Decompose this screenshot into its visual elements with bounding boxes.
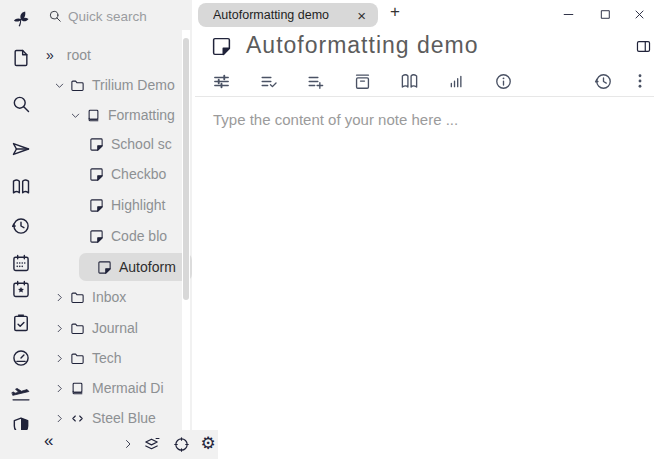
chevron-down-icon[interactable] xyxy=(53,80,66,91)
ribbon-toolbar xyxy=(195,66,654,97)
book-icon xyxy=(85,108,102,123)
tree-item-label: Code blo xyxy=(111,228,167,244)
note-icon xyxy=(211,36,232,61)
window-minimize-button[interactable] xyxy=(560,6,576,22)
note-icon xyxy=(88,167,105,182)
tree-item-label: Steel Blue xyxy=(92,410,156,426)
calendar-icon[interactable] xyxy=(10,252,32,274)
tab-title: Autoformatting demo xyxy=(213,8,357,22)
tree-item-label: Journal xyxy=(92,320,138,336)
tree-item-trilium-demo[interactable]: Trilium Demo xyxy=(40,70,192,100)
note-icon xyxy=(88,198,105,213)
chevron-right-icon[interactable] xyxy=(53,323,66,334)
note-icon xyxy=(96,260,113,275)
book-icon xyxy=(69,381,86,396)
note-title-row: Autoformatting demo xyxy=(192,30,654,66)
recent-changes-clock-icon[interactable] xyxy=(10,215,32,237)
note-map-icon[interactable] xyxy=(399,71,419,91)
note-info-icon[interactable] xyxy=(493,71,513,91)
window-close-button[interactable] xyxy=(631,6,647,22)
note-map-book-icon[interactable] xyxy=(10,176,32,198)
tab-close-icon[interactable]: × xyxy=(357,7,366,24)
tree-item-formatting[interactable]: Formatting xyxy=(40,100,192,130)
folder-icon xyxy=(69,290,86,305)
note-icon xyxy=(88,137,105,152)
tree-item-mermaid-diagrams[interactable]: Mermaid Di xyxy=(40,373,192,403)
quick-search[interactable] xyxy=(40,2,192,30)
code-icon xyxy=(69,411,86,426)
note-icon xyxy=(88,229,105,244)
layers-icon[interactable] xyxy=(141,434,161,454)
gear-icon[interactable]: ⚙ xyxy=(198,434,218,454)
collapse-sidebar-icon[interactable]: « xyxy=(44,431,53,451)
similar-notes-bar-chart-icon[interactable] xyxy=(446,71,466,91)
note-tree-panel: » root Trilium Demo Formatting School sc… xyxy=(40,0,192,459)
search-icon xyxy=(48,9,62,23)
today-calendar-star-icon[interactable] xyxy=(10,278,32,300)
folder-icon xyxy=(69,351,86,366)
tree-bottom-bar: « ⚙ xyxy=(0,430,218,459)
folder-icon xyxy=(69,321,86,336)
tree-item-label: Formatting xyxy=(108,107,175,123)
window-maximize-button[interactable] xyxy=(597,6,613,22)
trilium-window: » root Trilium Demo Formatting School sc… xyxy=(0,0,654,459)
promoted-attributes-list-plus-icon[interactable] xyxy=(305,71,325,91)
double-chevron-right-icon[interactable]: » xyxy=(46,47,54,63)
tree-scrollbar-thumb[interactable] xyxy=(183,38,189,300)
tree-scrollbar-track[interactable] xyxy=(182,30,190,430)
tree-item-label: Autoform xyxy=(119,259,176,275)
chevron-right-icon[interactable] xyxy=(53,383,66,394)
tree-item-code-blocks[interactable]: Code blo xyxy=(40,221,192,251)
tree-item-root[interactable]: » root xyxy=(40,40,192,70)
tree-item-school-schedule[interactable]: School sc xyxy=(40,129,192,159)
editor-placeholder-text: Type the content of your note here ... xyxy=(213,111,458,128)
more-menu-dots-icon[interactable] xyxy=(630,71,650,91)
tree-item-label: Inbox xyxy=(92,289,126,305)
tree-item-label: Highlight xyxy=(111,197,165,213)
tree-item-highlighting[interactable]: Highlight xyxy=(40,190,192,220)
tree-item-tech[interactable]: Tech xyxy=(40,343,192,373)
selected-item-highlight[interactable]: Autoform xyxy=(79,253,192,281)
tree-item-autoformatting-selected[interactable]: Autoform xyxy=(40,252,192,282)
travel-plane-icon[interactable] xyxy=(10,383,32,405)
chevron-right-icon[interactable] xyxy=(118,434,138,454)
tree-item-label: Mermaid Di xyxy=(92,380,164,396)
new-tab-button[interactable]: + xyxy=(385,2,405,26)
note-title[interactable]: Autoformatting demo xyxy=(246,32,479,59)
quick-search-input[interactable] xyxy=(68,9,178,24)
note-detail-pane: Autoformatting demo × + Autoformatting d… xyxy=(192,0,654,459)
task-clipboard-check-icon[interactable] xyxy=(10,312,32,334)
launcher-bar xyxy=(0,0,40,459)
tab-bar: Autoformatting demo × + xyxy=(192,0,654,28)
tree-item-journal[interactable]: Journal xyxy=(40,313,192,343)
tree-item-checkbox[interactable]: Checkbo xyxy=(40,159,192,189)
chevron-right-icon[interactable] xyxy=(53,413,66,424)
dashboard-gauge-icon[interactable] xyxy=(10,347,32,369)
chevron-down-icon[interactable] xyxy=(69,110,82,121)
owned-attributes-list-check-icon[interactable] xyxy=(258,71,278,91)
chevron-right-icon[interactable] xyxy=(53,353,66,364)
basic-properties-sliders-icon[interactable] xyxy=(211,71,231,91)
tab-autoformatting-demo[interactable]: Autoformatting demo × xyxy=(198,3,378,27)
trilium-logo[interactable] xyxy=(10,8,32,30)
revisions-history-icon[interactable] xyxy=(593,71,613,91)
note-content-editor[interactable]: Type the content of your note here ... xyxy=(192,98,654,459)
folder-icon xyxy=(69,78,86,93)
split-pane-icon[interactable] xyxy=(635,38,652,59)
tree-item-label: Tech xyxy=(92,350,122,366)
tree-item-label: Checkbo xyxy=(111,166,166,182)
chevron-right-icon[interactable] xyxy=(53,292,66,303)
tree-item-label: School sc xyxy=(111,136,172,152)
tree-item-steel-blue[interactable]: Steel Blue xyxy=(40,403,192,433)
search-icon[interactable] xyxy=(10,93,32,115)
tree-item-label: root xyxy=(67,47,91,63)
tree-item-label: Trilium Demo xyxy=(92,77,175,93)
jump-to-note-icon[interactable] xyxy=(10,138,32,160)
new-note-icon[interactable] xyxy=(10,47,32,69)
crosshair-icon[interactable] xyxy=(171,434,191,454)
note-paths-archive-icon[interactable] xyxy=(352,71,372,91)
tree-item-inbox[interactable]: Inbox xyxy=(40,282,192,312)
